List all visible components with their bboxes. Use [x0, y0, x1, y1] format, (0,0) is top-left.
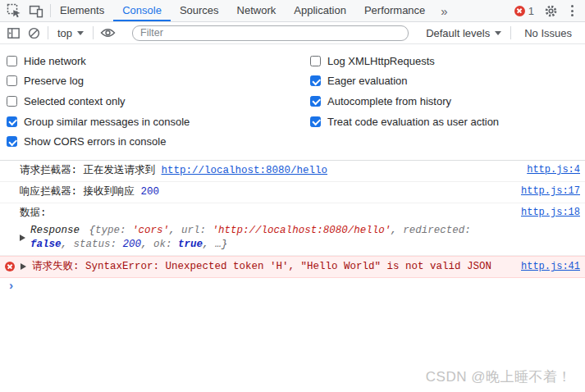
panel-tabs: Elements Console Sources Network Applica… [51, 0, 454, 21]
log-message-response-interceptor: 响应拦截器: 接收到响应 200 http.js:17 [0, 182, 585, 203]
chevron-down-icon [77, 31, 84, 35]
settings-gear-icon[interactable] [544, 4, 558, 18]
source-location-link[interactable]: http.js:18 [521, 207, 580, 218]
preview-token: true [178, 239, 203, 250]
checkbox [310, 56, 321, 66]
error-icon [5, 262, 15, 271]
checkbox [7, 75, 17, 86]
csdn-watermark: CSDN @晚上睡不着！ [426, 367, 572, 386]
checkbox [7, 136, 17, 147]
divider [48, 26, 48, 39]
preview-token: ok: [153, 239, 178, 250]
preview-token: { [89, 225, 96, 236]
console-sidebar-toggle-icon[interactable] [7, 26, 21, 40]
preview-token: , [141, 239, 153, 250]
tab-label: Network [237, 4, 277, 16]
setting-selected-context-only[interactable]: Selected context only [0, 91, 304, 112]
preview-token: redirected: [403, 225, 471, 236]
devtools-tab-bar: Elements Console Sources Network Applica… [0, 0, 585, 22]
console-prompt[interactable]: › [0, 278, 585, 296]
log-levels-dropdown[interactable]: Default levels [423, 27, 504, 39]
request-url-link[interactable]: http://localhost:8080/hello [162, 165, 328, 176]
checkbox [310, 96, 321, 107]
setting-label: Preserve log [24, 75, 84, 87]
error-text: 请求失败: SyntaxError: Unexpected token 'H',… [32, 260, 491, 274]
source-location-link[interactable]: http.js:4 [527, 164, 580, 175]
context-value: top [57, 27, 72, 39]
console-log-area: 请求拦截器: 正在发送请求到 http://localhost:8080/hel… [0, 161, 585, 296]
devtools-window: Elements Console Sources Network Applica… [0, 0, 585, 392]
setting-show-cors-errors[interactable]: Show CORS errors in console [0, 131, 304, 152]
status-number: 200 [141, 186, 160, 198]
setting-autocomplete-history[interactable]: Autocomplete from history [304, 91, 499, 112]
object-class-name: Response [30, 225, 80, 236]
error-counter[interactable]: 1 [514, 5, 534, 17]
tab-elements[interactable]: Elements [51, 0, 113, 21]
checkbox [7, 96, 17, 107]
tab-label: Console [122, 4, 162, 16]
preview-token: 'cors' [132, 225, 169, 236]
tab-sources[interactable]: Sources [171, 0, 228, 21]
setting-preserve-log[interactable]: Preserve log [0, 71, 304, 92]
preview-token: false [30, 239, 62, 250]
setting-label: Group similar messages in console [24, 116, 190, 128]
console-settings-pane: Hide network Preserve log Selected conte… [0, 44, 585, 161]
checkbox [310, 75, 321, 86]
more-tabs-icon[interactable]: » [434, 0, 453, 21]
checkbox [7, 56, 17, 66]
tab-label: Performance [364, 4, 425, 16]
checkbox [310, 116, 321, 127]
setting-group-similar[interactable]: Group similar messages in console [0, 112, 304, 132]
inspect-element-icon[interactable] [7, 3, 21, 18]
setting-hide-network[interactable]: Hide network [0, 51, 304, 71]
divider [93, 26, 94, 39]
tab-network[interactable]: Network [228, 0, 286, 21]
log-text: 请求拦截器: 正在发送请求到 [20, 165, 162, 176]
setting-treat-evaluation-user-action[interactable]: Treat code evaluation as user action [304, 112, 499, 132]
device-toolbar-icon[interactable] [29, 3, 43, 18]
kebab-menu-icon[interactable] [568, 3, 577, 18]
filter-input[interactable] [132, 25, 409, 41]
setting-label: Selected context only [24, 95, 126, 107]
setting-label: Show CORS errors in console [24, 135, 166, 148]
error-count: 1 [528, 5, 534, 17]
log-message-error: 请求失败: SyntaxError: Unexpected token 'H',… [0, 256, 585, 278]
expand-arrow-icon[interactable] [20, 235, 25, 241]
log-text: 响应拦截器: 接收到响应 [20, 186, 141, 198]
error-badge-icon [514, 6, 525, 16]
setting-eager-evaluation[interactable]: Eager evaluation [304, 71, 499, 92]
preview-token: , [203, 239, 215, 250]
setting-log-xmlhttprequests[interactable]: Log XMLHttpRequests [304, 51, 499, 71]
log-message-data-object: 数据: Response {type: 'cors', url: 'http:/… [0, 203, 585, 256]
console-toolbar: top Default levels No Issues [0, 22, 585, 44]
preview-token: 'http://localhost:8080/hello' [213, 225, 391, 236]
divider [510, 26, 511, 39]
log-message-request-interceptor: 请求拦截器: 正在发送请求到 http://localhost:8080/hel… [0, 161, 585, 182]
tab-application[interactable]: Application [285, 0, 355, 21]
preview-token: , [391, 225, 403, 236]
issues-status[interactable]: No Issues [518, 27, 578, 39]
preview-token: , [62, 239, 74, 250]
tab-console[interactable]: Console [113, 0, 171, 21]
tab-label: Elements [60, 4, 104, 16]
preview-token: type: [95, 225, 132, 236]
preview-token: 200 [123, 239, 142, 250]
setting-label: Eager evaluation [327, 75, 408, 87]
preview-token: …} [215, 239, 227, 250]
source-location-link[interactable]: http.js:41 [521, 261, 580, 272]
javascript-context-selector[interactable]: top [55, 27, 86, 39]
tab-label: Application [294, 4, 346, 16]
object-preview[interactable]: Response {type: 'cors', url: 'http://loc… [20, 224, 511, 252]
checkbox [7, 116, 17, 127]
live-expression-eye-icon[interactable] [100, 27, 116, 39]
clear-console-icon[interactable] [27, 26, 41, 40]
tab-performance[interactable]: Performance [355, 0, 434, 21]
expand-arrow-icon[interactable] [21, 263, 26, 270]
setting-label: Treat code evaluation as user action [327, 116, 499, 128]
setting-label: Hide network [24, 55, 86, 67]
levels-label: Default levels [426, 27, 490, 39]
tab-label: Sources [180, 4, 219, 16]
preview-token: , [169, 225, 181, 236]
source-location-link[interactable]: http.js:17 [521, 185, 580, 197]
chevrons-glyph: » [441, 4, 446, 18]
